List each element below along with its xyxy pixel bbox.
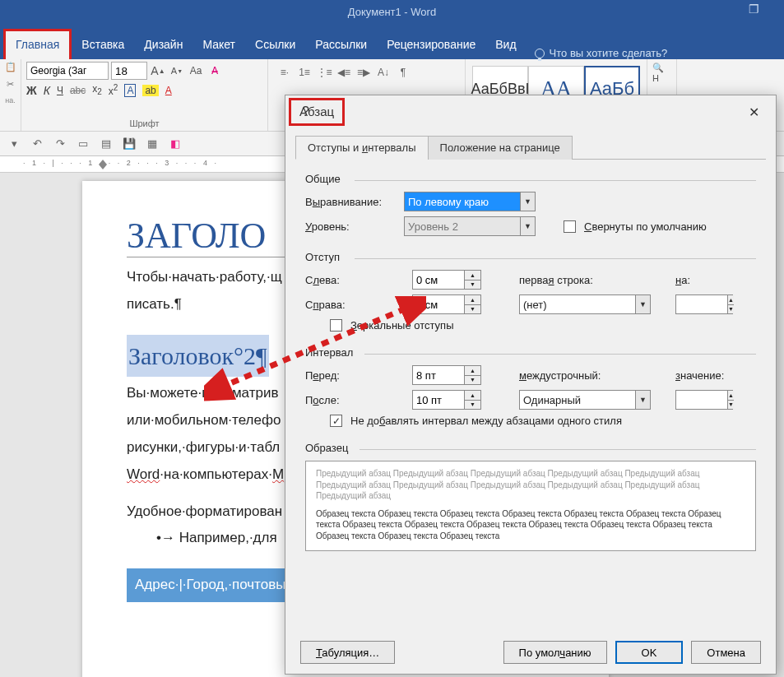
qat-dropdown-icon[interactable]: ▾ — [5, 135, 23, 153]
tab-design[interactable]: Дизайн — [134, 31, 193, 59]
collapse-label: Свернуты по умолчанию — [584, 220, 707, 233]
text-effects-icon[interactable]: A — [124, 84, 136, 97]
cancel-button[interactable]: Отмена — [691, 641, 761, 664]
mirror-checkbox[interactable] — [330, 319, 342, 332]
clipboard-panel: 📋 ✂ на. — [0, 59, 21, 131]
underline-button[interactable]: Ч — [57, 85, 63, 96]
before-spinner[interactable]: ▲▼ — [412, 365, 481, 385]
tab-indents[interactable]: Отступы и интервалы — [295, 136, 429, 160]
cut-icon[interactable]: ✂ — [2, 79, 19, 94]
spin-up-icon: ▲ — [465, 271, 480, 281]
default-button[interactable]: По умолчанию — [503, 641, 607, 664]
sort-icon[interactable]: A↓ — [375, 65, 392, 80]
after-spinner[interactable]: ▲▼ — [412, 390, 481, 410]
highlight-icon[interactable]: ab — [142, 85, 158, 96]
window-restore-icon[interactable]: ❐ — [749, 2, 759, 16]
print-icon[interactable]: ▤ — [97, 135, 115, 153]
numbering-icon[interactable]: 1≡ — [296, 65, 313, 80]
close-icon[interactable]: ✕ — [742, 101, 766, 123]
font-size-combo[interactable] — [111, 62, 147, 80]
increase-indent-icon[interactable]: ≡▶ — [355, 65, 372, 80]
tell-me-search[interactable]: Что вы хотите сделать? — [535, 47, 668, 59]
mirror-label: Зеркальные отступы — [350, 319, 453, 332]
tab-view[interactable]: Вид — [485, 31, 526, 59]
decrease-indent-icon[interactable]: ◀≡ — [336, 65, 352, 80]
level-label: Уровень: — [305, 220, 396, 233]
show-marks-icon[interactable]: ¶ — [395, 65, 411, 80]
paragraph-dialog: Абзац ? ✕ Отступы и интервалы Положение … — [285, 95, 777, 675]
find-icon[interactable]: 🔍 Н — [652, 63, 671, 83]
left-indent-spinner[interactable]: ▲▼ — [412, 270, 481, 290]
line-spacing-select[interactable]: Одинарный▼ — [519, 390, 651, 410]
no-add-space-checkbox[interactable]: ✓ — [330, 415, 342, 427]
clear-format-icon[interactable]: A̶ — [206, 63, 223, 79]
undo-icon[interactable]: ↶ — [28, 135, 46, 153]
superscript-button[interactable]: x2 — [109, 83, 118, 97]
tab-insert[interactable]: Вставка — [72, 31, 134, 59]
font-group-label: Шрифт — [26, 115, 262, 128]
value-label: значение: — [675, 369, 749, 382]
subscript-button[interactable]: x2 — [92, 83, 102, 96]
after-label: После: — [305, 394, 404, 406]
tab-mailings[interactable]: Рассылки — [305, 31, 377, 59]
paste-icon[interactable]: 📋 — [2, 62, 19, 77]
tab-home[interactable]: Главная — [3, 29, 72, 59]
group-interval: Интервал — [305, 346, 756, 359]
dialog-title: Абзац — [289, 98, 345, 126]
font-panel: A▲ A▼ Aa A̶ Ж К Ч abc x2 x2 A ab A Шрифт — [21, 59, 268, 131]
chevron-down-icon: ▼ — [520, 192, 535, 211]
heading-2[interactable]: Заголовок°2¶ — [127, 335, 269, 377]
collapse-checkbox[interactable] — [564, 220, 576, 233]
no-add-space-label: Не добавлять интервал между абзацами одн… — [350, 415, 622, 427]
tab-position[interactable]: Положение на странице — [428, 136, 573, 160]
left-indent-label: Слева: — [305, 274, 404, 286]
by-spinner[interactable]: ▲▼ — [675, 294, 733, 314]
window-title: Документ1 - Word — [348, 6, 436, 18]
font-name-combo[interactable] — [26, 62, 109, 80]
group-general: Общие — [305, 173, 756, 185]
dialog-tabs: Отступы и интервалы Положение на страниц… — [295, 135, 766, 160]
strikethrough-button[interactable]: abc — [70, 85, 86, 96]
ruler-ticks: · 1 · | · · · 1 · · · 2 · · · 3 · · · 4 … — [23, 159, 219, 167]
change-case-icon[interactable]: Aa — [188, 63, 204, 79]
bulb-icon — [535, 49, 545, 58]
redo-icon[interactable]: ↷ — [51, 135, 69, 153]
alignment-label: Выравнивание: — [305, 196, 396, 208]
before-label: Перед: — [305, 369, 404, 382]
right-indent-label: Справа: — [305, 299, 404, 311]
bullets-icon[interactable]: ≡· — [276, 65, 293, 80]
save-icon[interactable]: 💾 — [120, 135, 138, 153]
multilevel-icon[interactable]: ⋮≡ — [316, 65, 332, 80]
dialog-body: Общие Выравнивание: По левому краю▼ Уров… — [285, 160, 776, 631]
eraser-icon[interactable]: ◧ — [166, 135, 184, 153]
group-indent: Отступ — [305, 251, 756, 263]
first-line-select[interactable]: (нет)▼ — [519, 294, 651, 314]
first-line-label: первая строка: — [519, 274, 667, 286]
ribbon-tab-strip: Главная Вставка Дизайн Макет Ссылки Расс… — [0, 23, 784, 59]
ok-button[interactable]: OK — [615, 641, 684, 664]
chevron-down-icon: ▼ — [520, 217, 535, 235]
alignment-select[interactable]: По левому краю▼ — [404, 192, 536, 211]
line-spacing-label: междустрочный: — [519, 369, 667, 382]
tab-review[interactable]: Рецензирование — [377, 31, 485, 59]
tab-references[interactable]: Ссылки — [245, 31, 305, 59]
spin-down-icon: ▼ — [465, 281, 480, 290]
bold-button[interactable]: Ж — [26, 84, 37, 97]
preview-box: Предыдущий абзац Предыдущий абзац Предыд… — [305, 461, 756, 551]
value-spinner[interactable]: ▲▼ — [675, 390, 733, 410]
grow-font-icon[interactable]: A▲ — [150, 63, 166, 79]
by-label: на: — [675, 274, 749, 286]
tabs-button[interactable]: Табуляция… — [300, 641, 395, 664]
right-indent-spinner[interactable]: ▲▼ — [412, 294, 481, 314]
italic-button[interactable]: К — [44, 84, 50, 97]
clipboard-label: на. — [2, 96, 19, 111]
title-bar: Документ1 - Word ❐ — [0, 0, 784, 23]
dialog-titlebar[interactable]: Абзац ? ✕ — [285, 95, 776, 128]
font-color-icon[interactable]: A — [165, 85, 172, 96]
shrink-font-icon[interactable]: A▼ — [169, 63, 185, 79]
tab-layout[interactable]: Макет — [193, 31, 245, 59]
new-icon[interactable]: ▭ — [74, 135, 92, 153]
table-icon[interactable]: ▦ — [143, 135, 161, 153]
level-select: Уровень 2▼ — [404, 216, 536, 236]
indent-marker-icon[interactable] — [99, 160, 107, 169]
